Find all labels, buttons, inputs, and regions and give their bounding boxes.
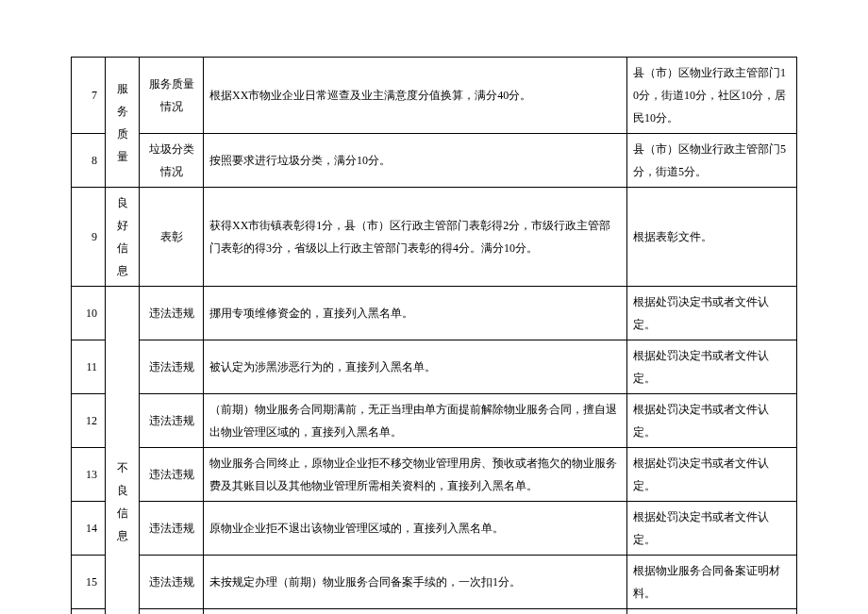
table-row: 12 违法违规 （前期）物业服务合同期满前，无正当理由单方面提前解除物业服务合同… [72, 394, 797, 448]
item-cell: 违法违规 [140, 448, 204, 502]
item-cell: 违法违规 [140, 340, 204, 394]
category-cell: 服务 质量 [106, 58, 140, 188]
table-row: 11 违法违规 被认定为涉黑涉恶行为的，直接列入黑名单。 根据处罚决定书或者文件… [72, 340, 797, 394]
item-line: 服务质量 [145, 73, 197, 95]
note-cell: 根据表彰文件。 [627, 188, 797, 287]
row-index: 7 [72, 58, 106, 134]
desc-cell: 物业服务合同终止，原物业企业拒不移交物业管理用房、预收或者拖欠的物业服务费及其账… [204, 448, 627, 502]
item-line: 情况 [145, 95, 197, 118]
item-cell: 违法违规 [140, 394, 204, 448]
note-cell: 根据物业服务合同备案证明材料。 [627, 556, 797, 609]
category-cell: 不良 信息 [106, 287, 140, 615]
item-cell: 垃圾分类 情况 [140, 134, 204, 188]
note-cell: 县（市）区物业行政主管部门5分，街道5分。 [627, 134, 797, 188]
table-row: 13 违法违规 物业服务合同终止，原物业企业拒不移交物业管理用房、预收或者拖欠的… [72, 448, 797, 502]
item-cell: 违法违规 [140, 502, 204, 556]
category-line: 信息 [111, 502, 133, 547]
row-index: 12 [72, 394, 106, 448]
note-cell: 根据处罚决定书或者文件认定。 [627, 394, 797, 448]
note-cell: 县（市）区物业行政主管部门10分，街道10分，社区10分，居民10分。 [627, 58, 797, 134]
category-cell: 良好 信息 [106, 188, 140, 287]
desc-cell: 被认定为涉黑涉恶行为的，直接列入黑名单。 [204, 340, 627, 394]
row-index: 13 [72, 448, 106, 502]
note-cell: 根据处罚决定书或者文件认定。 [627, 448, 797, 502]
category-line: 服务 [111, 77, 133, 123]
table-row: 10 不良 信息 违法违规 挪用专项维修资金的，直接列入黑名单。 根据处罚决定书… [72, 287, 797, 340]
item-line: 情况 [145, 160, 197, 183]
note-cell: 根据处罚决定书或者文件认定。 [627, 502, 797, 556]
item-cell: 服务质量 情况 [140, 58, 204, 134]
item-line: 垃圾分类 [145, 138, 197, 160]
category-line: 质量 [111, 123, 133, 168]
desc-cell: 挪用专项维修资金的，直接列入黑名单。 [204, 287, 627, 340]
row-index: 8 [72, 134, 106, 188]
row-index: 9 [72, 188, 106, 287]
desc-cell: 按照要求进行垃圾分类，满分10分。 [204, 134, 627, 188]
table-row: 16 违法违规 聘用列入黑名单的人员担任总经理、项目负责人或者领导岗位的，一次扣… [72, 609, 797, 615]
category-line: 不良 [111, 456, 133, 502]
item-cell: 违法违规 [140, 556, 204, 609]
desc-cell: 聘用列入黑名单的人员担任总经理、项目负责人或者领导岗位的，一次扣1分。 [204, 609, 627, 615]
table-row: 8 垃圾分类 情况 按照要求进行垃圾分类，满分10分。 县（市）区物业行政主管部… [72, 134, 797, 188]
category-line: 良好 [111, 191, 133, 237]
table-row: 15 违法违规 未按规定办理（前期）物业服务合同备案手续的，一次扣1分。 根据物… [72, 556, 797, 609]
row-index: 14 [72, 502, 106, 556]
category-line: 信息 [111, 237, 133, 282]
desc-cell: （前期）物业服务合同期满前，无正当理由单方面提前解除物业服务合同，擅自退出物业管… [204, 394, 627, 448]
desc-cell: 获得XX市街镇表彰得1分，县（市）区行政主管部门表彰得2分，市级行政主管部门表彰… [204, 188, 627, 287]
table-row: 14 违法违规 原物业企业拒不退出该物业管理区域的，直接列入黑名单。 根据处罚决… [72, 502, 797, 556]
row-index: 15 [72, 556, 106, 609]
desc-cell: 未按规定办理（前期）物业服务合同备案手续的，一次扣1分。 [204, 556, 627, 609]
note-cell: 根据处罚决定书或者文件认定。 [627, 340, 797, 394]
row-index: 10 [72, 287, 106, 340]
evaluation-table: 7 服务 质量 服务质量 情况 根据XX市物业企业日常巡查及业主满意度分值换算，… [71, 57, 797, 614]
table-row: 7 服务 质量 服务质量 情况 根据XX市物业企业日常巡查及业主满意度分值换算，… [72, 58, 797, 134]
note-cell: 根据处罚决定书或者文件认定。 [627, 287, 797, 340]
row-index: 11 [72, 340, 106, 394]
table-row: 9 良好 信息 表彰 获得XX市街镇表彰得1分，县（市）区行政主管部门表彰得2分… [72, 188, 797, 287]
row-index: 16 [72, 609, 106, 615]
desc-cell: 根据XX市物业企业日常巡查及业主满意度分值换算，满分40分。 [204, 58, 627, 134]
desc-cell: 原物业企业拒不退出该物业管理区域的，直接列入黑名单。 [204, 502, 627, 556]
note-cell: 根据处罚决定书或者文件认定。 [627, 609, 797, 615]
item-cell: 违法违规 [140, 287, 204, 340]
item-cell: 表彰 [140, 188, 204, 287]
item-cell: 违法违规 [140, 609, 204, 615]
